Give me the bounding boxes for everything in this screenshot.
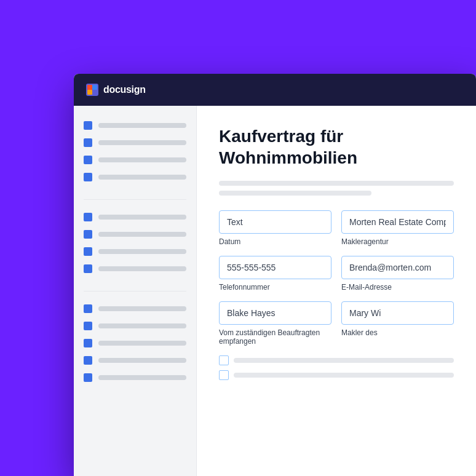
form-row-3: Vom zuständigen Beauftragten empfangen M… xyxy=(219,301,454,346)
sidebar-icon xyxy=(84,121,92,130)
logo-text: docusign xyxy=(103,84,146,95)
broker-input[interactable] xyxy=(341,301,454,325)
sidebar-icon xyxy=(84,173,92,181)
sidebar-line xyxy=(98,266,186,271)
sidebar-icon xyxy=(84,322,92,330)
form-row-1: Datum Makleragentur xyxy=(219,210,454,246)
checkbox-label-line xyxy=(234,358,454,363)
doc-line xyxy=(219,191,371,196)
checkbox-1[interactable] xyxy=(219,355,229,365)
sidebar-line xyxy=(98,123,186,128)
sidebar-section-1 xyxy=(84,118,186,184)
sidebar-icon xyxy=(84,304,92,313)
svg-rect-2 xyxy=(92,85,97,90)
doc-line xyxy=(219,181,454,186)
sidebar-item[interactable] xyxy=(84,370,186,385)
sidebar-icon xyxy=(84,264,92,273)
broker-label: Makler des xyxy=(341,328,454,337)
datum-label: Datum xyxy=(219,237,331,246)
form-group-agency: Makleragentur xyxy=(341,210,454,246)
sidebar-item[interactable] xyxy=(84,353,186,368)
sidebar-icon xyxy=(84,373,92,382)
sidebar-line xyxy=(98,306,186,311)
svg-rect-1 xyxy=(87,85,92,90)
form-group-agent: Vom zuständigen Beauftragten empfangen xyxy=(219,301,331,346)
email-label: E-Mail-Adresse xyxy=(341,283,454,292)
sidebar-item[interactable] xyxy=(84,336,186,351)
svg-rect-3 xyxy=(87,90,92,95)
sidebar-icon xyxy=(84,213,92,221)
form-row-2: Telefonnummer E-Mail-Adresse xyxy=(219,256,454,292)
sidebar-item[interactable] xyxy=(84,135,186,150)
sidebar-icon xyxy=(84,230,92,239)
sidebar-line xyxy=(98,215,186,220)
content-area: Kaufvertrag für Wohnimmobilien Datum Mak… xyxy=(197,106,476,476)
sidebar-item[interactable] xyxy=(84,170,186,184)
main-layout: Kaufvertrag für Wohnimmobilien Datum Mak… xyxy=(74,106,476,476)
logo-area: docusign xyxy=(86,84,146,96)
sidebar-line xyxy=(98,358,186,363)
phone-label: Telefonnummer xyxy=(219,283,331,292)
docusign-logo-icon xyxy=(86,84,98,96)
sidebar-icon xyxy=(84,247,92,256)
sidebar-line xyxy=(98,249,186,254)
sidebar-line xyxy=(98,341,186,346)
sidebar-item[interactable] xyxy=(84,210,186,224)
sidebar-section-2 xyxy=(84,210,186,276)
form-group-datum: Datum xyxy=(219,210,331,246)
sidebar-line xyxy=(98,232,186,237)
section-divider xyxy=(84,291,186,292)
app-window: docusign xyxy=(74,74,476,476)
agent-input[interactable] xyxy=(219,301,331,325)
checkbox-label-line xyxy=(234,373,454,378)
agency-input[interactable] xyxy=(341,210,454,234)
sidebar xyxy=(74,106,197,476)
sidebar-icon xyxy=(84,138,92,147)
sidebar-item[interactable] xyxy=(84,227,186,242)
checkbox-row-2 xyxy=(219,370,454,380)
sidebar-line xyxy=(98,157,186,162)
sidebar-item[interactable] xyxy=(84,319,186,333)
document-title: Kaufvertrag für Wohnimmobilien xyxy=(219,125,454,169)
sidebar-item[interactable] xyxy=(84,244,186,259)
sidebar-item[interactable] xyxy=(84,153,186,167)
sidebar-line xyxy=(98,323,186,328)
sidebar-line xyxy=(98,375,186,380)
sidebar-line xyxy=(98,140,186,145)
sidebar-section-3 xyxy=(84,301,186,385)
form-group-broker: Makler des xyxy=(341,301,454,346)
form-group-email: E-Mail-Adresse xyxy=(341,256,454,292)
sidebar-icon xyxy=(84,339,92,347)
sidebar-icon xyxy=(84,156,92,164)
sidebar-line xyxy=(98,175,186,180)
email-input[interactable] xyxy=(341,256,454,279)
section-divider xyxy=(84,199,186,200)
agent-label: Vom zuständigen Beauftragten empfangen xyxy=(219,328,331,346)
sidebar-item[interactable] xyxy=(84,118,186,133)
phone-input[interactable] xyxy=(219,256,331,279)
checkbox-2[interactable] xyxy=(219,370,229,380)
datum-input[interactable] xyxy=(219,210,331,234)
navbar: docusign xyxy=(74,74,476,106)
checkbox-row-1 xyxy=(219,355,454,365)
form-group-phone: Telefonnummer xyxy=(219,256,331,292)
sidebar-item[interactable] xyxy=(84,261,186,276)
sidebar-item[interactable] xyxy=(84,301,186,316)
agency-label: Makleragentur xyxy=(341,237,454,246)
doc-subtitle-lines xyxy=(219,181,454,196)
sidebar-icon xyxy=(84,356,92,365)
